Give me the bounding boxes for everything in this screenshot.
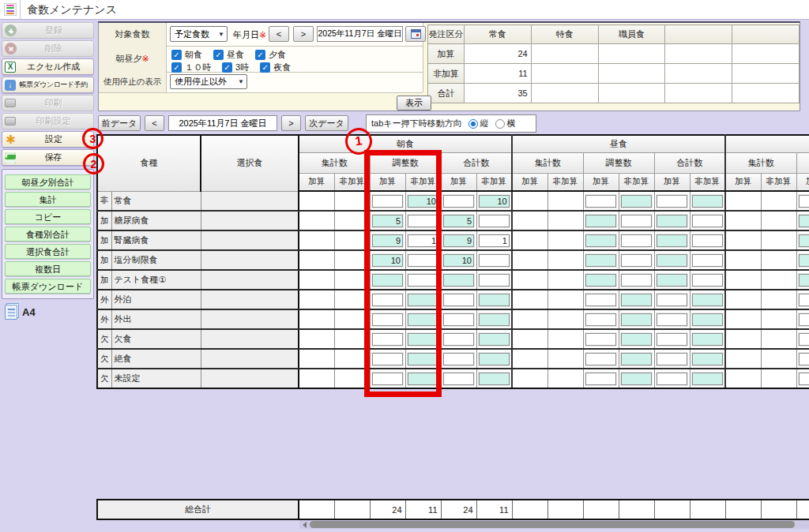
adj-add-input[interactable] — [799, 215, 809, 227]
total-sub-input[interactable] — [692, 274, 723, 287]
total-sub-input[interactable] — [692, 215, 723, 227]
total-sub-input[interactable] — [692, 294, 723, 306]
adj-sub-input[interactable]: 10 — [408, 195, 438, 208]
adj-add-input[interactable] — [585, 353, 616, 365]
adj-add-input[interactable] — [799, 313, 809, 326]
adj-sub-input[interactable]: 1 — [408, 234, 438, 247]
sidebar-button-excel[interactable]: Xエクセル作成 — [2, 58, 94, 75]
adj-sub-input[interactable] — [621, 254, 652, 267]
total-add-input[interactable] — [657, 195, 687, 208]
adj-add-input[interactable]: 10 — [372, 254, 403, 267]
total-add-input[interactable] — [657, 373, 687, 385]
total-add-input[interactable] — [657, 234, 687, 247]
prev-day-button[interactable]: < — [145, 115, 164, 131]
next-day-button[interactable]: > — [281, 115, 301, 131]
total-sub-input[interactable]: 1 — [479, 234, 510, 247]
sidebar-button-gear[interactable]: ✱設定 — [2, 131, 94, 148]
adj-add-input[interactable] — [799, 254, 809, 267]
adj-sub-input[interactable] — [408, 333, 438, 346]
checkbox-夜食[interactable]: ✓夜食 — [260, 62, 291, 73]
total-add-input[interactable] — [657, 274, 687, 287]
adj-add-input[interactable]: 5 — [372, 215, 403, 227]
adj-sub-input[interactable] — [408, 294, 438, 306]
total-add-input[interactable] — [657, 215, 687, 227]
horizontal-scrollbar[interactable] — [299, 520, 809, 529]
total-sub-input[interactable] — [692, 373, 723, 385]
quick-button[interactable]: 複数日 — [5, 261, 91, 276]
adj-sub-input[interactable] — [621, 215, 652, 227]
total-sub-input[interactable] — [692, 195, 723, 208]
total-sub-input[interactable] — [692, 254, 723, 267]
adj-add-input[interactable] — [585, 215, 616, 227]
quick-button[interactable]: 食種別合計 — [5, 227, 91, 242]
total-sub-input[interactable] — [479, 353, 510, 365]
checkbox-昼食[interactable]: ✓昼食 — [213, 49, 244, 61]
total-add-input[interactable] — [657, 333, 687, 346]
total-sub-input[interactable] — [692, 313, 723, 326]
total-add-input[interactable] — [443, 195, 474, 208]
adj-sub-input[interactable] — [621, 234, 652, 247]
checkbox-朝食[interactable]: ✓朝食 — [171, 49, 202, 61]
total-sub-input[interactable] — [692, 234, 723, 247]
adj-sub-input[interactable] — [408, 254, 438, 267]
adj-add-input[interactable] — [799, 294, 809, 306]
adj-sub-input[interactable] — [621, 373, 652, 385]
radio-vertical[interactable]: 縦 — [468, 118, 489, 129]
total-add-input[interactable] — [443, 333, 474, 346]
adj-add-input[interactable] — [585, 294, 616, 306]
checkbox-１０時[interactable]: ✓１０時 — [171, 62, 211, 73]
adj-add-input[interactable] — [585, 234, 616, 247]
adj-add-input[interactable] — [585, 195, 616, 208]
adj-add-input[interactable] — [585, 333, 616, 346]
adj-sub-input[interactable] — [621, 274, 652, 287]
adj-sub-input[interactable] — [621, 353, 652, 365]
total-sub-input[interactable] — [692, 333, 723, 346]
date-next-button[interactable]: > — [293, 26, 314, 42]
sidebar-button-save[interactable]: 保存 — [2, 149, 94, 166]
quick-button[interactable]: 選択食合計 — [5, 244, 91, 259]
adj-add-input[interactable] — [799, 274, 809, 287]
quick-button[interactable]: コピー — [5, 209, 91, 224]
adj-add-input[interactable] — [799, 234, 809, 247]
scroll-left-button[interactable] — [299, 520, 310, 529]
total-add-input[interactable]: 9 — [443, 234, 474, 247]
total-sub-input[interactable] — [479, 373, 510, 385]
total-add-input[interactable]: 10 — [443, 254, 474, 267]
total-sub-input[interactable] — [479, 333, 510, 346]
total-add-input[interactable] — [443, 353, 474, 365]
radio-horizontal[interactable]: 横 — [495, 118, 516, 129]
adj-add-input[interactable] — [799, 333, 809, 346]
suspend-display-select[interactable]: 使用停止以外▼ — [170, 74, 247, 89]
adj-add-input[interactable]: 9 — [372, 234, 403, 247]
checkbox-夕食[interactable]: ✓夕食 — [255, 49, 286, 61]
date-prev-button[interactable]: < — [269, 26, 289, 42]
prev-data-button[interactable]: 前データ — [98, 115, 141, 131]
adj-add-input[interactable] — [585, 254, 616, 267]
adj-add-input[interactable] — [372, 313, 403, 326]
adj-add-input[interactable] — [372, 274, 403, 287]
total-sub-input[interactable] — [479, 294, 510, 306]
calendar-button[interactable] — [405, 26, 426, 42]
adj-sub-input[interactable] — [621, 294, 652, 306]
target-meals-select[interactable]: 予定食数▼ — [170, 26, 228, 42]
total-sub-input[interactable] — [479, 215, 510, 227]
next-data-button[interactable]: 次データ — [305, 115, 348, 131]
adj-add-input[interactable] — [585, 274, 616, 287]
adj-sub-input[interactable] — [621, 333, 652, 346]
total-sub-input[interactable] — [692, 353, 723, 365]
total-sub-input[interactable] — [479, 274, 510, 287]
total-add-input[interactable] — [443, 294, 474, 306]
adj-add-input[interactable] — [799, 353, 809, 365]
adj-sub-input[interactable] — [408, 373, 438, 385]
show-button[interactable]: 表示 — [397, 96, 431, 111]
quick-button[interactable]: 集計 — [5, 192, 91, 207]
quick-button[interactable]: 朝昼夕別合計 — [5, 174, 91, 189]
total-add-input[interactable] — [657, 254, 687, 267]
quick-button[interactable]: 帳票ダウンロード — [5, 279, 91, 294]
total-add-input[interactable] — [657, 353, 687, 365]
adj-add-input[interactable] — [372, 373, 403, 385]
adj-add-input[interactable] — [372, 333, 403, 346]
adj-sub-input[interactable] — [408, 313, 438, 326]
adj-add-input[interactable] — [372, 353, 403, 365]
checkbox-3時[interactable]: ✓3時 — [222, 62, 249, 73]
